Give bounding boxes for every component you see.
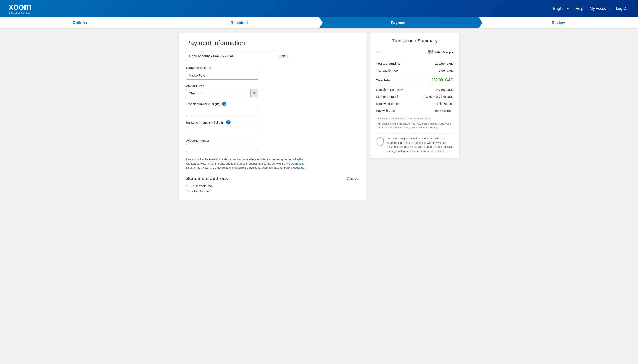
exchange-rate-row: Exchange rate† 1 CAD = 0.7378 USD: [376, 93, 454, 100]
pay-with-row: Pay with your Bank Account: [376, 107, 454, 114]
steps-bar: Options Recipient Payment Review: [0, 17, 638, 29]
fee-value: 2.99 CAD: [439, 69, 454, 72]
recipient-name: Miles Magpie: [435, 50, 454, 54]
account-type-group: Account Type Checking Savings: [186, 84, 358, 98]
account-number-label: Account number: [186, 139, 358, 142]
account-type-arrow[interactable]: [250, 89, 258, 97]
name-on-account-label: Name on account: [186, 66, 358, 70]
institution-number-group: Institution number (3 digits) ?: [186, 120, 358, 134]
my-account-link[interactable]: My Account: [590, 6, 610, 11]
statement-address-title: Statement address: [186, 176, 228, 181]
step-recipient-label: Recipient: [230, 20, 248, 25]
step-review[interactable]: Review: [478, 17, 638, 28]
name-on-account-input[interactable]: [186, 71, 258, 80]
to-label: To:: [376, 50, 380, 54]
help-link[interactable]: Help: [576, 6, 583, 11]
step-options-label: Options: [72, 20, 87, 25]
address-line-2: Toronto, Ontario: [186, 188, 358, 194]
fee-label: Transaction fee: [376, 69, 398, 72]
logo-text: xoom: [8, 2, 32, 11]
footnotes: * Recipient may receive less due to fore…: [376, 117, 454, 130]
step-review-label: Review: [552, 20, 565, 25]
transit-number-input[interactable]: [186, 108, 258, 116]
footnote-2: † *In addition to the transaction fee, X…: [376, 122, 454, 130]
shield-icon: [376, 137, 384, 147]
summary-title: Transaction Summary: [376, 38, 454, 44]
institution-number-label: Institution number (3 digits) ?: [186, 120, 358, 124]
payment-method-selector[interactable]: Bank account - Fee 2.99 CAD Credit card: [186, 52, 288, 61]
language-selector[interactable]: English: [553, 6, 569, 11]
step-recipient[interactable]: Recipient: [160, 17, 319, 28]
main-content: Payment Information Bank account - Fee 2…: [170, 29, 468, 204]
exchange-rate-value: 1 CAD = 0.7378 USD: [423, 95, 454, 98]
header: xoom A PayPal Service English Help My Ac…: [0, 0, 638, 17]
receiving-option-value: Bank Deposit: [434, 102, 454, 106]
sending-label: You are sending: [376, 62, 401, 65]
fee-row: Transaction fee 2.99 CAD: [376, 67, 454, 74]
pay-with-value: Bank Account: [434, 109, 454, 112]
pay-with-label: Pay with your: [376, 109, 395, 112]
step-payment-label: Payment: [391, 20, 406, 25]
payment-method-select-input[interactable]: Bank account - Fee 2.99 CAD Credit card: [186, 52, 279, 60]
chevron-down-icon: [566, 7, 569, 10]
exchange-rate-label: Exchange rate†: [376, 95, 398, 98]
sending-value: 200.00 CAD: [435, 62, 454, 65]
payment-form-panel: Payment Information Bank account - Fee 2…: [179, 33, 366, 200]
account-number-input[interactable]: [186, 144, 258, 152]
page-title: Payment Information: [186, 39, 358, 46]
account-type-selector[interactable]: Checking Savings: [186, 89, 258, 98]
summary-box: Transaction Summary To: 🇺🇸 Miles Magpie …: [370, 33, 459, 158]
dropdown-arrow-icon: [282, 55, 285, 58]
recipient-receives-value: 147.56 USD: [435, 88, 454, 92]
money-back-guarantee-link[interactable]: money-back guarantee: [388, 150, 416, 153]
divider-1: [376, 58, 454, 58]
receiving-option-row: Receiving option Bank Deposit: [376, 100, 454, 107]
institution-help-icon[interactable]: ?: [226, 120, 230, 124]
total-label: Your total: [376, 78, 391, 82]
account-number-group: Account number: [186, 139, 358, 152]
logo: xoom A PayPal Service: [8, 2, 32, 15]
step-payment[interactable]: Payment: [319, 17, 478, 28]
total-value: 202.99 CAD: [431, 78, 454, 82]
statement-address-section: Statement address Change 13 St Germain A…: [186, 176, 358, 194]
recipient-receives-label: Recipient receives*: [376, 88, 403, 92]
authorization-text: I authorize PayPal to debit the above ba…: [186, 157, 310, 170]
log-out-link[interactable]: Log Out: [616, 6, 630, 11]
dropdown-arrow-icon-2: [253, 92, 256, 94]
payment-method-arrow[interactable]: [279, 55, 288, 58]
name-on-account-group: Name on account: [186, 66, 358, 80]
total-row: Your total 202.99 CAD: [376, 75, 454, 85]
summary-to-row: To: 🇺🇸 Miles Magpie: [376, 48, 454, 56]
transit-help-icon[interactable]: ?: [222, 102, 226, 106]
language-label: English: [553, 6, 566, 11]
statement-address-header: Statement address Change: [186, 176, 358, 181]
recipient-receives-row: Recipient receives* 147.56 USD: [376, 86, 454, 93]
guarantee-text: Transfers subject to review and may be d…: [388, 136, 454, 153]
institution-number-input[interactable]: [186, 126, 258, 134]
change-address-link[interactable]: Change: [346, 177, 358, 180]
header-nav: English Help My Account Log Out: [553, 6, 630, 11]
receiving-option-label: Receiving option: [376, 102, 400, 106]
us-flag-icon: 🇺🇸: [428, 50, 433, 55]
step-options[interactable]: Options: [0, 17, 160, 28]
transaction-summary-panel: Transaction Summary To: 🇺🇸 Miles Magpie …: [370, 33, 459, 200]
transit-number-group: Transit number (5 digits) ?: [186, 102, 358, 116]
account-type-label: Account Type: [186, 84, 358, 88]
guarantee-box: Transfers subject to review and may be d…: [376, 133, 454, 153]
address-line-1: 13 St Germain Ave: [186, 184, 358, 188]
account-type-select-input[interactable]: Checking Savings: [186, 89, 250, 97]
transit-number-label: Transit number (5 digits) ?: [186, 102, 358, 106]
footnote-1: * Recipient may receive less due to fore…: [376, 117, 454, 120]
logo-subtitle: A PayPal Service: [8, 12, 30, 15]
sending-row: You are sending 200.00 CAD: [376, 60, 454, 67]
